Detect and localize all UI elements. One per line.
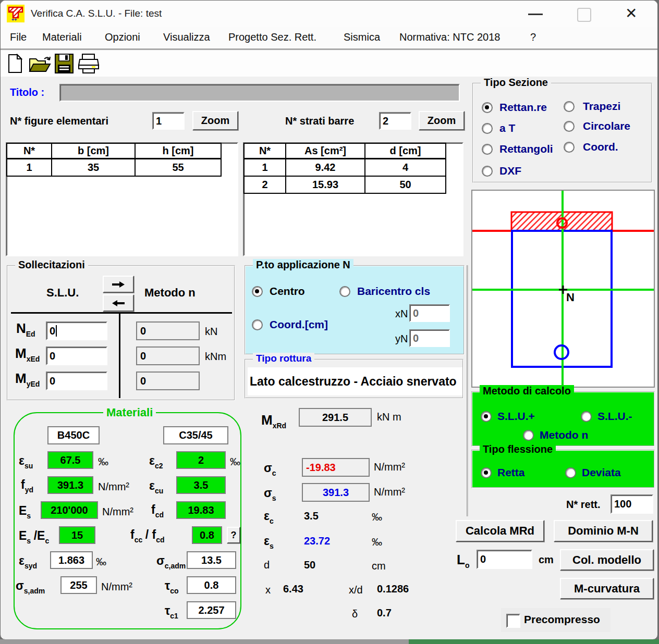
strati-count-input[interactable] bbox=[379, 112, 411, 130]
x-result-label: x bbox=[265, 584, 271, 596]
arrow-left-icon bbox=[112, 300, 125, 307]
figures-cell-h[interactable]: 55 bbox=[135, 159, 221, 177]
figures-cell-n[interactable]: 1 bbox=[7, 159, 52, 177]
open-file-icon[interactable] bbox=[29, 55, 52, 76]
radio-coord-cm[interactable] bbox=[252, 319, 263, 330]
radio-retta[interactable] bbox=[481, 467, 492, 478]
xd-result-label: x/d bbox=[349, 584, 363, 596]
menu-item-sismica[interactable]: Sismica bbox=[344, 27, 380, 48]
menu-item-progetto[interactable]: Progetto Sez. Rett. bbox=[228, 27, 316, 48]
titolo-input[interactable] bbox=[59, 84, 460, 102]
radio-baricentro[interactable] bbox=[339, 286, 350, 297]
new-file-icon[interactable] bbox=[7, 54, 23, 76]
radio-coord[interactable] bbox=[564, 142, 575, 153]
menu-item-opzioni[interactable]: Opzioni bbox=[105, 27, 140, 48]
d-result-value: 50 bbox=[304, 559, 315, 571]
ned-input[interactable]: 0 bbox=[46, 321, 107, 340]
bars-col-as: As [cm²] bbox=[286, 143, 365, 159]
precompresso-label[interactable]: Precompresso bbox=[524, 613, 600, 626]
bars-cell-n[interactable]: 2 bbox=[244, 176, 286, 193]
radio-coord-cm-label[interactable]: Coord.[cm] bbox=[270, 318, 328, 331]
radio-rettanre[interactable] bbox=[482, 102, 493, 113]
table-row: 1 35 55 bbox=[7, 159, 221, 177]
yn-input[interactable] bbox=[409, 329, 450, 347]
radio-slu-minus-label[interactable]: S.L.U.- bbox=[597, 410, 632, 423]
strati-count-label: N* strati barre bbox=[285, 115, 354, 127]
radio-deviata[interactable] bbox=[565, 467, 576, 478]
n-rett-input[interactable] bbox=[611, 494, 653, 514]
minimize-icon[interactable] bbox=[528, 14, 543, 15]
bars-cell-d[interactable]: 50 bbox=[365, 176, 446, 193]
menu-item-visualizza[interactable]: Visualizza bbox=[163, 27, 210, 48]
m-curvatura-button[interactable]: M-curvatura bbox=[560, 578, 654, 599]
maximize-icon[interactable] bbox=[577, 8, 591, 22]
radio-deviata-label[interactable]: Deviata bbox=[582, 466, 621, 479]
radio-a-t[interactable] bbox=[482, 123, 493, 134]
desktop-strip bbox=[0, 639, 409, 644]
bars-cell-d[interactable]: 4 bbox=[365, 159, 446, 177]
mxed-input[interactable] bbox=[46, 346, 107, 365]
radio-metodo-n[interactable] bbox=[523, 430, 534, 441]
save-icon[interactable] bbox=[55, 54, 74, 76]
figures-count-input[interactable] bbox=[152, 112, 185, 130]
radio-trapezi-label[interactable]: Trapezi bbox=[583, 100, 620, 113]
radio-centro[interactable] bbox=[252, 286, 263, 297]
divider bbox=[119, 314, 120, 398]
radio-slu-plus-label[interactable]: S.L.U.+ bbox=[497, 410, 535, 423]
xn-input[interactable] bbox=[409, 304, 450, 322]
radio-slu-plus[interactable] bbox=[481, 411, 492, 422]
radio-centro-label[interactable]: Centro bbox=[270, 285, 305, 298]
radio-rettangoli[interactable] bbox=[482, 144, 493, 155]
precompresso-checkbox[interactable] bbox=[506, 614, 520, 628]
radio-dxf[interactable] bbox=[482, 166, 493, 177]
concrete-grade-box: C35/45 bbox=[163, 426, 228, 444]
transfer-right-button[interactable] bbox=[103, 276, 134, 293]
tau-c1-label: τc1 bbox=[165, 604, 178, 620]
radio-trapezi[interactable] bbox=[564, 101, 575, 112]
eps-s-result-value: 23.72 bbox=[304, 535, 330, 547]
radio-baricentro-label[interactable]: Baricentro cls bbox=[357, 285, 430, 298]
eps-c-result-value: 3.5 bbox=[304, 510, 319, 522]
menu-item-help[interactable]: ? bbox=[530, 27, 536, 48]
zoom-strati-button[interactable]: Zoom bbox=[419, 111, 465, 130]
menu-item-normativa[interactable]: Normativa: NTC 2018 bbox=[399, 27, 500, 48]
col-modello-button[interactable]: Col. modello bbox=[560, 549, 654, 571]
figures-count-label: N* figure elementari bbox=[10, 115, 108, 127]
sollecitazioni-title: Sollecitazioni bbox=[15, 259, 88, 271]
sigma-s-value: 391.3 bbox=[302, 483, 370, 502]
menu-item-materiali[interactable]: Materiali bbox=[42, 27, 82, 48]
figures-col-b: b [cm] bbox=[52, 143, 135, 159]
radio-rettanre-label[interactable]: Rettan.re bbox=[499, 101, 547, 114]
l0-input[interactable] bbox=[477, 550, 532, 569]
bars-cell-as[interactable]: 15.93 bbox=[286, 176, 365, 193]
print-icon[interactable] bbox=[78, 54, 100, 76]
menu-item-file[interactable]: File bbox=[10, 27, 27, 48]
section-canvas: N bbox=[471, 190, 655, 388]
radio-dxf-label[interactable]: DXF bbox=[499, 165, 521, 177]
sigma-c-value: -19.83 bbox=[302, 458, 370, 477]
sigma-c-label: σc bbox=[264, 461, 276, 477]
radio-metodo-n-label[interactable]: Metodo n bbox=[540, 429, 588, 441]
bars-cell-n[interactable]: 1 bbox=[244, 159, 286, 177]
figures-cell-b[interactable]: 35 bbox=[52, 159, 135, 177]
radio-a-t-label[interactable]: a T bbox=[499, 122, 515, 134]
eps-cu-value: 3.5 bbox=[176, 476, 226, 494]
radio-coord-label[interactable]: Coord. bbox=[583, 141, 618, 153]
table-row: 1 9.42 4 bbox=[244, 159, 446, 177]
tipo-flessione-group: Tipo flessione Retta Deviata bbox=[471, 450, 655, 488]
help-button[interactable]: ? bbox=[227, 527, 240, 543]
dominio-mn-button[interactable]: Dominio M-N bbox=[554, 520, 653, 542]
punto-applicazione-group: P.to applicazione N Centro Baricentro cl… bbox=[245, 265, 465, 355]
calcola-mrd-button[interactable]: Calcola MRd bbox=[456, 520, 544, 542]
fyd-unit: N/mm² bbox=[98, 481, 129, 493]
bars-cell-as[interactable]: 9.42 bbox=[286, 159, 365, 177]
radio-retta-label[interactable]: Retta bbox=[497, 466, 525, 479]
zoom-figures-button[interactable]: Zoom bbox=[192, 111, 238, 130]
radio-circolare[interactable] bbox=[564, 121, 575, 132]
radio-circolare-label[interactable]: Circolare bbox=[583, 120, 630, 132]
myed-input[interactable] bbox=[46, 371, 107, 390]
transfer-left-button[interactable] bbox=[103, 294, 134, 312]
close-icon[interactable]: ✕ bbox=[625, 5, 637, 22]
radio-rettangoli-label[interactable]: Rettangoli bbox=[499, 143, 553, 155]
radio-slu-minus[interactable] bbox=[581, 411, 592, 422]
